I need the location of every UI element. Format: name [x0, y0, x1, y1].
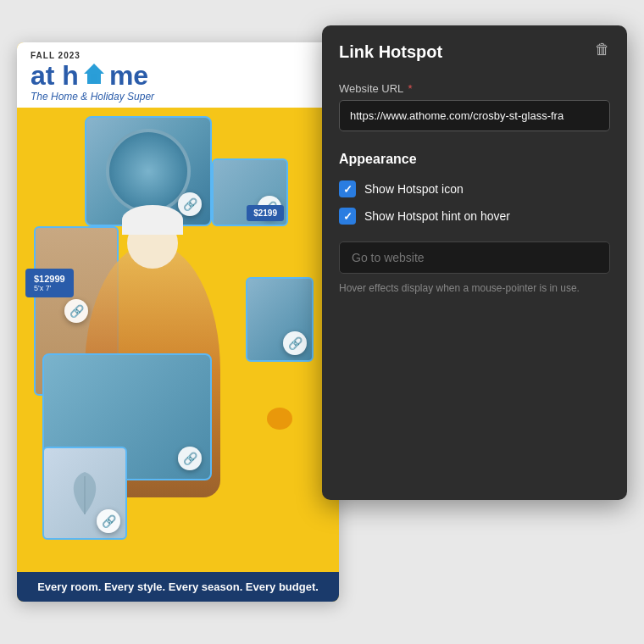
hotspot-icon-1[interactable]: 🔗 — [178, 192, 202, 216]
catalog-logo: at h me — [31, 62, 325, 89]
catalog-footer: Every room. Every style. Every season. E… — [17, 572, 339, 602]
price-large: $12999 5'x 7' — [25, 269, 74, 297]
hover-note: Hover effects display when a mouse-point… — [339, 282, 610, 294]
fall-label: FALL — [31, 51, 55, 60]
hotspot-icon-6[interactable]: 🔗 — [97, 509, 120, 533]
hotspot-icon-4[interactable]: 🔗 — [283, 331, 307, 355]
show-hotspot-hint-label[interactable]: Show Hotspot hint on hover — [364, 209, 510, 223]
catalog-year: 2023 — [58, 51, 80, 60]
hotspot-icon-3[interactable]: 🔗 — [64, 299, 88, 323]
mid-rug[interactable]: 🔗 — [246, 277, 314, 362]
show-hotspot-hint-row: ✓ Show Hotspot hint on hover — [339, 208, 610, 225]
person-hat — [122, 205, 183, 235]
show-hotspot-icon-label[interactable]: Show Hotspot icon — [364, 182, 464, 196]
main-container: FALL 2023 at h me The Home & Holiday Sup… — [17, 25, 627, 619]
link-hotspot-panel: 🗑 Link Hotspot Website URL * Appearance … — [322, 25, 627, 500]
delete-button[interactable]: 🗑 — [591, 37, 613, 62]
panel-title: Link Hotspot — [339, 42, 610, 62]
trash-icon: 🗑 — [595, 41, 610, 58]
logo-house-icon — [80, 60, 108, 87]
required-indicator: * — [408, 82, 413, 95]
url-input[interactable] — [339, 100, 610, 131]
url-field-label: Website URL * — [339, 82, 610, 95]
checkmark-1: ✓ — [343, 183, 353, 196]
hint-text-input[interactable] — [339, 242, 610, 274]
logo-text-right: me — [109, 62, 148, 89]
art-piece[interactable]: 🔗 — [42, 447, 127, 540]
price-small: $2199 — [247, 205, 284, 221]
appearance-section-title: Appearance — [339, 152, 610, 167]
catalog-fall: FALL 2023 — [31, 51, 325, 60]
hotspot-icon-5[interactable]: 🔗 — [178, 447, 202, 470]
catalog-image-area: 🔗 🔗 $2199 🔗 $12999 5'x 7' 🔗 — [17, 108, 339, 582]
show-hotspot-icon-checkbox[interactable]: ✓ — [339, 180, 356, 197]
show-hotspot-icon-row: ✓ Show Hotspot icon — [339, 180, 610, 197]
catalog-subtitle: The Home & Holiday Super — [31, 91, 325, 103]
show-hotspot-hint-checkbox[interactable]: ✓ — [339, 208, 356, 225]
pumpkin — [267, 408, 292, 430]
logo-text-left: at h — [31, 62, 79, 89]
catalog-page: FALL 2023 at h me The Home & Holiday Sup… — [17, 42, 339, 602]
catalog-header: FALL 2023 at h me The Home & Holiday Sup… — [17, 42, 339, 108]
svg-rect-1 — [91, 74, 97, 84]
checkmark-2: ✓ — [343, 210, 353, 223]
leaf-icon — [64, 468, 106, 519]
